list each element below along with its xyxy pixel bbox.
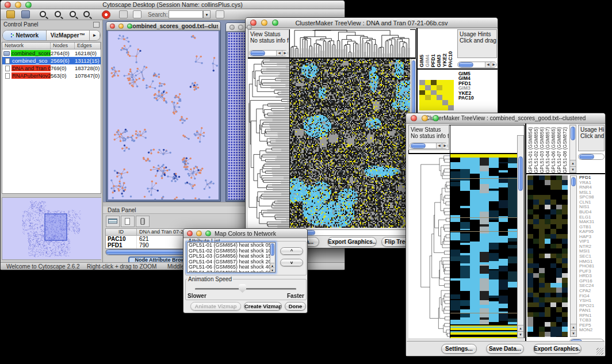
heatmap-main[interactable] [290,59,410,228]
zoom-button[interactable] [433,115,439,121]
network-view-canvas[interactable] [108,31,219,200]
close-button[interactable] [5,2,11,8]
search-dropdown-arrow[interactable]: ▼ [203,10,211,18]
export-graphics-button[interactable]: Export Graphics... [533,344,582,354]
overview-icon[interactable] [119,10,128,18]
heatmap-cell [448,95,454,100]
tabs-overflow-arrow[interactable]: ► [90,30,100,40]
birdseye-view[interactable] [2,197,101,260]
heatmap-cell [437,100,442,105]
minimize-button[interactable] [196,231,202,236]
zoom-out-icon[interactable] [40,11,46,17]
search-label: Search: [148,12,167,18]
network-row[interactable]: combined_sco2569(6)13112(15) [2,57,101,64]
col-network: Network [2,43,51,49]
zoom-heatmap[interactable] [419,80,454,110]
control-panel: Control Panel Network VizMapper™ ► Netwo… [1,20,103,263]
usage-hints-scrollbar[interactable] [578,154,605,160]
settings-button[interactable]: Settings... [441,344,477,354]
resize-grip[interactable] [596,348,603,355]
status-welcome: Welcome to Cytoscape 2.6.2 [6,263,80,270]
close-button[interactable] [110,24,115,29]
attribute-list-item[interactable]: GPL51-07 (GSM868) heat shock 60 min [188,270,275,273]
attribute-list-scrollbar[interactable]: ▲ ▼ [270,243,275,272]
network-name: combined_sco [12,58,48,64]
network-view-titlebar[interactable]: combined_scores_good.txt--cluste... [106,22,220,30]
done-button[interactable]: Done [285,302,306,311]
gene-list: GIM5GIM4PFD1GIM3YKE2PAC10 [458,71,496,106]
treeview2-buttonbar: Settings... Save Data... Export Graphics… [407,341,605,356]
export-graphics-button[interactable]: Export Graphics... [327,237,377,247]
treeview2-body: View StatusNo status info t ◀▶ ▲▼ GPL51-… [406,124,605,356]
tab-vizmapper[interactable]: VizMapper™ [47,30,90,40]
view-status-scrollbar[interactable]: ◀▶ [410,143,448,149]
minimize-button[interactable] [118,24,124,29]
heatmap-main[interactable] [450,154,517,338]
minimize-button[interactable] [422,115,428,121]
zoom-button[interactable] [25,2,32,8]
network-row[interactable]: combined_scores2764(0)16218(0) [2,49,101,57]
column-label: GPL51-02 (GSM855) [533,127,539,173]
col-id: ID [106,229,137,235]
dialog-titlebar[interactable]: Map Colors to Network [183,229,307,238]
zoom-selected-icon[interactable] [70,11,76,17]
float-panel-icon[interactable] [93,22,100,28]
heatmap-cell [442,90,448,95]
treeview1-titlebar[interactable]: ClusterMaker TreeView : DNA and Tran 07-… [246,18,498,28]
minimize-button[interactable] [261,20,267,26]
treeview2-window: ClusterMaker TreeView : combined_scores_… [406,113,606,357]
attribute-list[interactable]: GPL51-01 (GSM854) heat shock 05 minGPL51… [187,242,276,273]
minimize-button[interactable] [238,25,243,30]
heatmap-cell [425,90,431,95]
view-status-panel: View StatusNo status info t ◀▶ [408,125,449,150]
zoom-heatmap[interactable] [527,175,568,337]
close-button[interactable] [250,20,257,26]
left-dendrogram[interactable] [248,59,289,228]
close-button[interactable] [411,115,417,121]
zoom-button[interactable] [205,231,211,236]
column-label: YKE2 [442,53,447,67]
heatmap-vscrollbar[interactable]: ▲▼ [517,135,524,338]
network-row[interactable]: RNAPuberNov2+563(0)107847(0) [2,72,101,79]
zoom-in-icon[interactable] [55,11,61,17]
animate-vizmap-button[interactable]: Animate Vizmap [190,302,241,311]
map-colors-dialog: Map Colors to Network Attribute List GPL… [183,228,308,313]
search-config-icon[interactable] [216,10,224,18]
save-session-icon[interactable] [21,10,30,18]
close-button[interactable] [187,231,193,236]
network-row[interactable]: DNA and Tran 07769(0)183728(0) [2,64,101,72]
zoom-button[interactable] [272,20,278,26]
view-status-scrollbar[interactable]: ◀ ▶ [249,50,288,56]
tab-network[interactable]: Network [3,30,47,40]
scroll-right-arrow[interactable]: ▶ [282,51,288,56]
zoom-heatmap-vscrollbar[interactable]: ▲▼ [570,175,577,337]
search-input[interactable] [169,10,203,18]
close-button[interactable] [230,25,235,30]
help-lifering-icon[interactable] [102,10,110,19]
zoom-fit-icon[interactable] [83,11,90,17]
col-edges: Edges [75,43,101,49]
gene-list: PFD1YRA1RNR4MSL1SPC98CLN1NIS1BUD4ELG1MAK… [579,175,605,334]
scroll-left-arrow[interactable]: ◀ [276,51,282,56]
heatmap-cell [425,105,431,110]
new-attribute-icon[interactable] [121,216,135,227]
heatmap-cell [419,105,425,110]
delete-attribute-icon[interactable] [136,216,150,227]
save-data-button[interactable]: Save Data... [486,344,524,354]
top-dendrogram[interactable] [290,29,410,58]
open-session-icon[interactable] [6,10,15,18]
main-titlebar[interactable]: Cytoscape Desktop (Session Name: collins… [1,1,345,9]
column-labels-scrollbar[interactable]: ▲▼ [569,125,576,173]
heatmap-cell [431,95,437,100]
move-up-button[interactable]: ^ [280,247,303,255]
minimize-button[interactable] [15,2,21,8]
create-vizmap-button[interactable]: Create Vizmap [244,302,282,311]
left-dendrogram[interactable] [408,154,450,338]
move-down-button[interactable]: v [280,259,303,266]
zoom-button[interactable] [127,24,132,29]
file-icon [5,66,10,71]
treeview2-titlebar[interactable]: ClusterMaker TreeView : combined_scores_… [406,113,605,124]
table-mode-icon[interactable] [106,216,120,227]
usage-hints-scrollbar[interactable]: ◀▶ [457,62,497,68]
annotation-icon[interactable] [133,10,141,18]
